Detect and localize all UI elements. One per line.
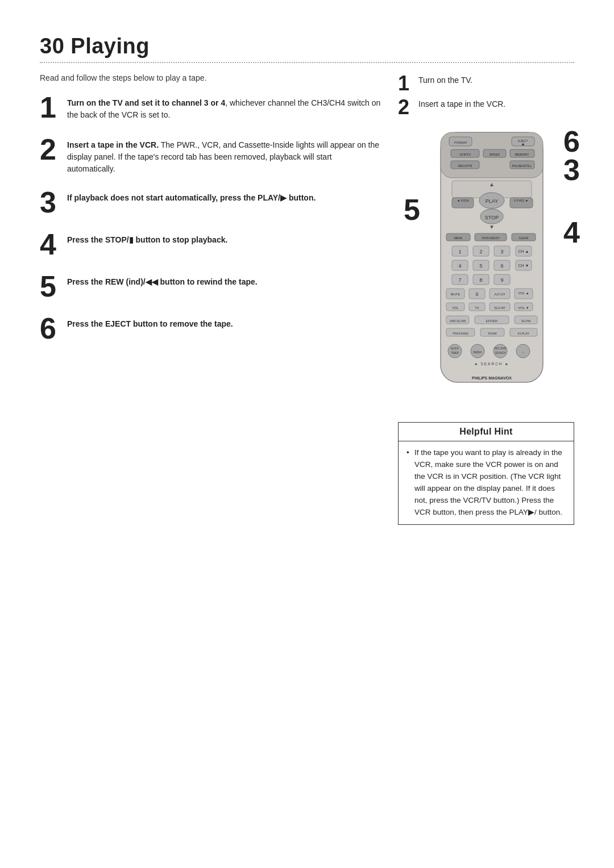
step-1: 1 Turn on the TV and set it to channel 3… <box>40 93 381 122</box>
step-6: 6 Press the EJECT button to remove the t… <box>40 314 381 343</box>
svg-text:POWER: POWER <box>454 141 467 144</box>
svg-text:STATUS/EXIT: STATUS/EXIT <box>482 236 499 240</box>
svg-text:ALT.CH: ALT.CH <box>495 293 505 296</box>
step-3: 3 If playback does not start automatical… <box>40 187 381 217</box>
svg-text:QUICK: QUICK <box>451 347 459 350</box>
step-number-6: 6 <box>40 314 60 343</box>
svg-text:FASM: FASM <box>488 332 497 335</box>
step-content-6: Press the EJECT button to remove the tap… <box>67 314 381 330</box>
intro-text: Read and follow the steps below to play … <box>40 73 381 82</box>
svg-text:VAR.SLOW: VAR.SLOW <box>450 319 466 323</box>
svg-text:4: 4 <box>458 263 461 269</box>
svg-text:KI.PLAY: KI.PLAY <box>518 332 530 335</box>
svg-text:MENU: MENU <box>454 236 463 240</box>
right-step-text-1: Turn on the TV. <box>418 73 472 85</box>
left-column: Read and follow the steps below to play … <box>40 73 381 525</box>
svg-text:STOP: STOP <box>485 215 499 220</box>
step-number-5: 5 <box>40 272 60 301</box>
right-steps: 1 Turn on the TV. 2 Insert a tape in the… <box>398 73 574 121</box>
right-step-1: 1 Turn on the TV. <box>398 73 574 94</box>
step-2: 2 Insert a tape in the VCR. The PWR., VC… <box>40 135 381 175</box>
svg-text:6: 6 <box>500 263 503 269</box>
page-title: 30 Playing <box>40 34 574 59</box>
step-number-4: 4 <box>40 229 60 259</box>
svg-text:1: 1 <box>458 249 461 254</box>
svg-text:SLO.RF: SLO.RF <box>494 306 506 310</box>
step-4: 4 Press the STOP/▮ button to stop playba… <box>40 229 381 259</box>
svg-text:ENTER: ENTER <box>486 319 498 323</box>
svg-text:▲: ▲ <box>521 141 525 147</box>
svg-text:◄ SEARCH ►: ◄ SEARCH ► <box>474 362 510 366</box>
svg-text:2: 2 <box>479 249 482 254</box>
svg-text:VCR/TV: VCR/TV <box>459 153 471 156</box>
svg-text:REC/OTR: REC/OTR <box>458 164 472 168</box>
svg-text:CH ▲: CH ▲ <box>518 249 529 253</box>
helpful-hint-body: If the tape you want to play is already … <box>399 441 574 524</box>
step-content-5: Press the REW (ind)/◀◀ button to rewind … <box>67 272 381 288</box>
svg-text:TIMER: TIMER <box>451 352 459 354</box>
step-content-4: Press the STOP/▮ button to stop playback… <box>67 229 381 246</box>
right-step-num-1: 1 <box>398 73 414 94</box>
svg-text:7: 7 <box>458 277 461 283</box>
step-content-3: If playback does not start automatically… <box>67 187 381 204</box>
svg-text:TRACKING: TRACKING <box>453 332 468 335</box>
overlay-num-6: 6 <box>563 127 580 156</box>
svg-text:F.FWD ►: F.FWD ► <box>514 199 529 202</box>
svg-text:CLEAR: CLEAR <box>519 236 529 240</box>
svg-text:3: 3 <box>500 249 503 254</box>
remote-container: 6 5 3 4 POWER EJECT ▲ VC <box>409 127 574 399</box>
svg-text:REC.END: REC.END <box>495 347 507 350</box>
svg-text:MUTE: MUTE <box>451 293 460 296</box>
svg-text:VOL ▼: VOL ▼ <box>518 306 529 310</box>
hint-item-1: If the tape you want to play is already … <box>406 447 566 519</box>
svg-text:VOL: VOL <box>452 306 458 310</box>
overlay-num-3: 3 <box>563 155 580 185</box>
svg-text:PLAY: PLAY <box>486 198 498 204</box>
svg-text:0: 0 <box>475 291 478 297</box>
svg-text:PAUSE/STILL: PAUSE/STILL <box>512 164 532 168</box>
divider <box>40 62 574 63</box>
svg-text:▲: ▲ <box>489 181 495 187</box>
svg-point-89 <box>493 344 507 358</box>
helpful-hint-box: Helpful Hint If the tape you want to pla… <box>398 422 574 525</box>
right-step-text-2: Insert a tape in the VCR. <box>418 97 505 108</box>
svg-text:◄ REW: ◄ REW <box>457 199 469 202</box>
step-content-2: Insert a tape in the VCR. The PWR., VCR,… <box>67 135 381 175</box>
svg-text:9: 9 <box>500 277 503 283</box>
helpful-hint-title: Helpful Hint <box>399 423 574 441</box>
step-number-3: 3 <box>40 187 60 217</box>
svg-text:SEARCH: SEARCH <box>495 352 506 354</box>
overlay-num-4: 4 <box>563 218 580 247</box>
step-5: 5 Press the REW (ind)/◀◀ button to rewin… <box>40 272 381 301</box>
svg-text:PHILIPS MAGNAVOX: PHILIPS MAGNAVOX <box>472 376 512 380</box>
overlay-num-5: 5 <box>404 195 420 224</box>
right-column: 1 Turn on the TV. 2 Insert a tape in the… <box>398 73 574 525</box>
svg-text:SPEED: SPEED <box>489 153 500 156</box>
svg-text:INDEX: INDEX <box>473 350 482 354</box>
right-step-2: 2 Insert a tape in the VCR. <box>398 97 574 118</box>
svg-text:TV: TV <box>475 306 479 310</box>
svg-text:5: 5 <box>479 263 482 269</box>
svg-text:○: ○ <box>522 350 524 354</box>
svg-text:▼: ▼ <box>489 224 495 230</box>
svg-text:SLOW: SLOW <box>521 319 531 323</box>
step-content-1: Turn on the TV and set it to channel 3 o… <box>67 93 381 121</box>
step-number-1: 1 <box>40 93 60 122</box>
step-number-2: 2 <box>40 135 60 164</box>
svg-text:MEMORY: MEMORY <box>515 153 529 156</box>
svg-text:8: 8 <box>479 277 482 283</box>
svg-text:VOL ▲: VOL ▲ <box>518 291 529 295</box>
remote-image: POWER EJECT ▲ VCR/TV SPEED MEMORY REC/OT… <box>424 127 560 399</box>
svg-text:CH ▼: CH ▼ <box>518 264 529 268</box>
svg-point-84 <box>448 344 462 358</box>
right-step-num-2: 2 <box>398 97 414 118</box>
